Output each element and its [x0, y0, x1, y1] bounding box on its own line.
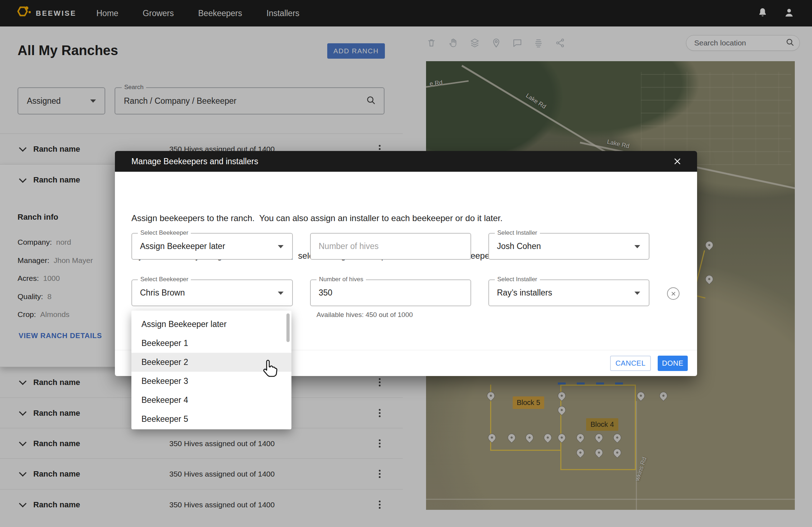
dropdown-option[interactable]: Beekeeper 5 — [131, 410, 291, 429]
dropdown-option[interactable]: Assign Beekeeper later — [131, 315, 291, 334]
description-line: Assign beekeepers to the ranch. You can … — [131, 212, 512, 224]
beekeeper-select[interactable]: Select Beekeeper Chris Brown — [131, 279, 293, 306]
chevron-down-icon — [634, 292, 640, 295]
modal-header: Manage Beekeepers and installers — [115, 151, 697, 172]
dropdown-scrollbar[interactable] — [286, 313, 290, 342]
chevron-down-icon — [278, 292, 284, 295]
beekeeper-dropdown: Assign Beekeeper later Beekeeper 1 Beeke… — [131, 311, 291, 429]
hives-input[interactable] — [311, 280, 470, 306]
installer-select[interactable]: Select Installer Ray’s installers — [488, 279, 649, 306]
done-button[interactable]: DONE — [658, 356, 688, 371]
app: BEEWISE Home Growers Beekeepers Installe… — [0, 0, 812, 527]
chevron-down-icon — [278, 245, 284, 248]
hives-input[interactable] — [311, 234, 470, 259]
beekeeper-select[interactable]: Select Beekeeper Assign Beekeeper later — [131, 233, 293, 260]
chevron-down-icon — [634, 245, 640, 248]
dropdown-option[interactable]: Beekeeper 1 — [131, 334, 291, 353]
field-value: Chris Brown — [140, 280, 185, 306]
field-value: Assign Beekeeper later — [140, 234, 225, 259]
field-value: Ray’s installers — [497, 280, 552, 306]
installer-select[interactable]: Select Installer Josh Cohen — [488, 233, 649, 260]
dropdown-option[interactable]: Beekeeper 3 — [131, 372, 291, 391]
dropdown-option[interactable]: Beekeeper 2 — [131, 353, 291, 372]
available-hives-hint: Available hives: 450 out of 1000 — [316, 311, 413, 319]
remove-row-button[interactable] — [667, 287, 680, 300]
close-icon[interactable] — [672, 156, 683, 167]
cancel-button[interactable]: CANCEL — [610, 356, 651, 371]
dropdown-option[interactable]: Beekeeper 4 — [131, 391, 291, 410]
hives-field: Number of hives — [310, 279, 471, 306]
modal-title: Manage Beekeepers and installers — [131, 157, 258, 166]
field-value: Josh Cohen — [497, 234, 541, 259]
hives-field — [310, 233, 471, 260]
